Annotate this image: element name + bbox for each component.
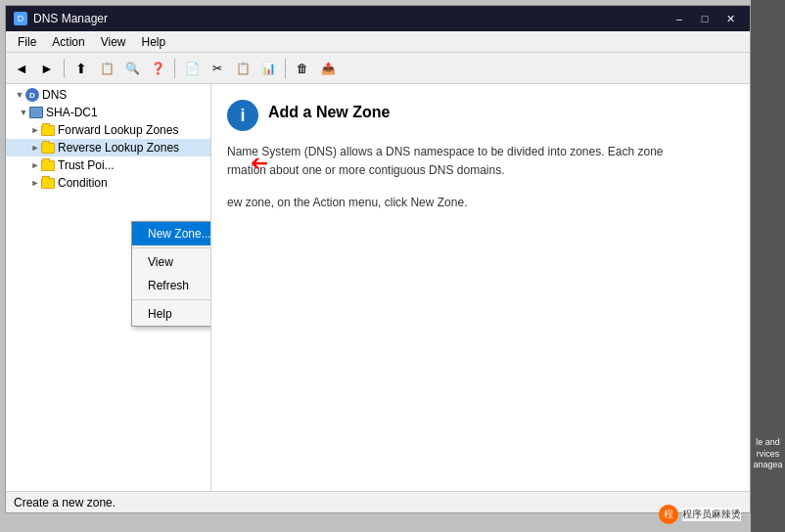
app-icon: D xyxy=(14,12,27,25)
toolbar-sep-1 xyxy=(64,59,65,78)
help-button[interactable]: ❓ xyxy=(146,57,169,80)
ctx-label-help: Help xyxy=(148,307,172,321)
folder-icon-reverse xyxy=(41,143,55,154)
watermark-text: 程序员麻辣烫 xyxy=(682,508,741,521)
toolbar-sep-3 xyxy=(285,59,286,78)
refresh-toolbar-button[interactable]: ⬆ xyxy=(69,57,93,80)
zone-text-2: ew zone, on the Action menu, click New Z… xyxy=(227,194,677,212)
tree-item-reverse[interactable]: ► Reverse Lookup Zones xyxy=(6,139,210,156)
ctx-separator-2 xyxy=(132,299,211,300)
paste-button[interactable]: 📊 xyxy=(256,57,280,80)
watermark: 程 程序员麻辣烫 xyxy=(659,505,741,524)
maximize-button[interactable]: □ xyxy=(693,10,716,27)
toolbar-sep-2 xyxy=(174,59,175,78)
ctx-label-view: View xyxy=(148,255,173,269)
folder-icon-condition xyxy=(41,178,55,189)
ctx-label-new-zone: New Zone... xyxy=(148,227,211,241)
folder-icon-trust xyxy=(41,160,55,171)
menu-help[interactable]: Help xyxy=(134,33,174,51)
menu-view[interactable]: View xyxy=(93,33,134,51)
status-text: Create a new zone. xyxy=(14,496,115,510)
expand-server[interactable]: ▼ xyxy=(18,107,29,118)
tree-item-condition[interactable]: ► Condition xyxy=(6,174,210,192)
tree-item-dns[interactable]: ▼ D DNS xyxy=(6,86,210,104)
red-arrow-annotation: ➔ xyxy=(251,151,268,176)
menu-bar: File Action View Help xyxy=(6,31,750,53)
tree-item-forward[interactable]: ► Forward Lookup Zones xyxy=(6,121,210,139)
tree-label-forward: Forward Lookup Zones xyxy=(58,123,178,137)
expand-forward[interactable]: ► xyxy=(29,124,41,136)
main-window: D DNS Manager – □ ✕ File Action View Hel… xyxy=(5,5,751,513)
back-button[interactable]: ◄ xyxy=(10,57,33,80)
zone-title: Add a New Zone xyxy=(268,100,390,121)
tree-label-condition: Condition xyxy=(58,176,108,190)
tree-item-trust[interactable]: ► Trust Poi... xyxy=(6,156,210,174)
zone-text-1: Name System (DNS) allows a DNS namespace… xyxy=(227,143,677,180)
status-bar: Create a new zone. xyxy=(6,491,750,512)
ctx-item-refresh[interactable]: Refresh xyxy=(132,274,211,297)
tree-label-trust: Trust Poi... xyxy=(58,158,115,172)
expand-condition[interactable]: ► xyxy=(29,177,41,189)
tree-pane: ▼ D DNS ▼ SHA-DC1 ► Forward Lookup Zones… xyxy=(6,84,211,491)
content-area: ▼ D DNS ▼ SHA-DC1 ► Forward Lookup Zones… xyxy=(6,84,750,491)
ctx-separator xyxy=(132,247,211,248)
delete-button[interactable]: 🗑 xyxy=(291,57,314,80)
right-panel: le andrvicesanagea xyxy=(751,0,785,532)
search-button[interactable]: 🔍 xyxy=(120,57,144,80)
ctx-item-help[interactable]: Help xyxy=(132,302,211,326)
copy-button[interactable]: 📋 xyxy=(231,57,254,80)
tree-label-reverse: Reverse Lookup Zones xyxy=(58,141,179,155)
ctx-item-view[interactable]: View ► xyxy=(132,250,211,274)
dns-icon: D xyxy=(25,88,39,102)
ctx-label-refresh: Refresh xyxy=(148,279,189,292)
export-button[interactable]: 📤 xyxy=(316,57,340,80)
cut-button[interactable]: ✂ xyxy=(206,57,229,80)
expand-trust[interactable]: ► xyxy=(29,159,41,171)
expand-dns[interactable]: ▼ xyxy=(14,89,25,101)
expand-reverse[interactable]: ► xyxy=(29,142,41,154)
window-title: DNS Manager xyxy=(33,12,668,25)
tree-item-server[interactable]: ▼ SHA-DC1 xyxy=(6,104,210,121)
menu-file[interactable]: File xyxy=(10,33,44,51)
tree-label-dns: DNS xyxy=(42,88,67,102)
zone-header: i Add a New Zone xyxy=(227,100,734,131)
forward-button[interactable]: ► xyxy=(35,57,59,80)
folder-icon-forward xyxy=(41,125,55,136)
info-icon: i xyxy=(227,100,258,131)
tree-label-server: SHA-DC1 xyxy=(46,106,98,119)
context-menu: New Zone... View ► Refresh Help xyxy=(131,221,211,327)
toolbar: ◄ ► ⬆ 📋 🔍 ❓ 📄 ✂ 📋 📊 🗑 📤 xyxy=(6,53,750,84)
properties-button[interactable]: 📋 xyxy=(95,57,118,80)
title-bar: D DNS Manager – □ ✕ xyxy=(6,6,750,31)
server-icon xyxy=(29,107,43,118)
minimize-button[interactable]: – xyxy=(668,10,691,27)
ctx-item-new-zone[interactable]: New Zone... xyxy=(132,222,211,245)
title-controls: – □ ✕ xyxy=(668,10,742,27)
new-button[interactable]: 📄 xyxy=(180,57,204,80)
watermark-icon: 程 xyxy=(659,505,678,524)
right-pane: i Add a New Zone Name System (DNS) allow… xyxy=(211,84,750,491)
close-button[interactable]: ✕ xyxy=(718,10,742,27)
right-panel-text: le andrvicesanagea xyxy=(751,435,785,473)
menu-action[interactable]: Action xyxy=(44,33,92,51)
